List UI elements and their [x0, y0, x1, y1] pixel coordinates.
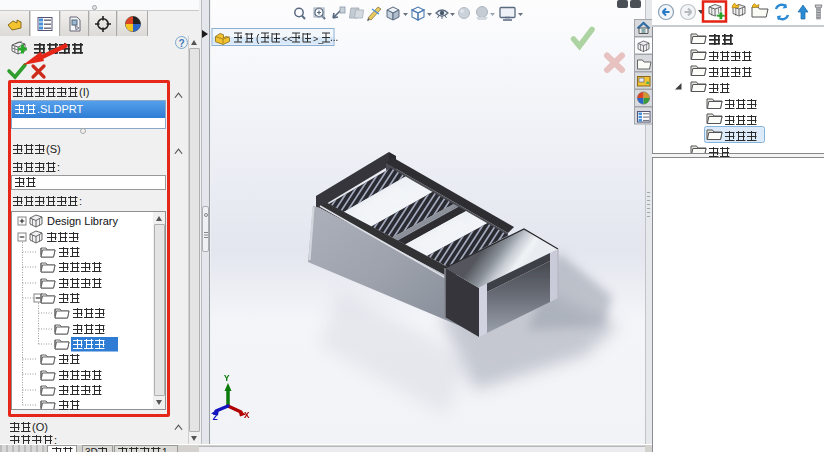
svg-text:...: ...: [330, 32, 338, 43]
svg-text:Z: Z: [213, 413, 218, 423]
svg-text:Design Library: Design Library: [47, 215, 118, 227]
svg-text:Y: Y: [224, 374, 230, 384]
svg-text:<<: <<: [282, 34, 293, 44]
svg-text:X: X: [244, 411, 250, 421]
